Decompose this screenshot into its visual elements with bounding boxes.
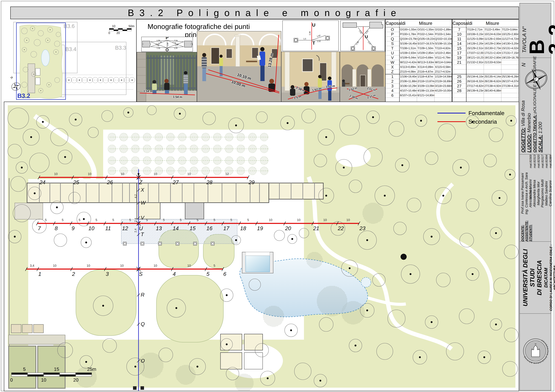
table-row: 1414/128=2,20m14/129=2,90m14/130=3,20m (452, 41, 519, 46)
svg-text:27: 27 (173, 179, 179, 185)
svg-text:13: 13 (156, 225, 162, 231)
svg-text:23: 23 (359, 225, 365, 231)
course-label: CORSO DI LAUREA IN INGEGNERIA EDILE - AR… (549, 242, 555, 313)
department-label: DICATAM (544, 242, 548, 313)
svg-text:1,78: 1,78 (172, 41, 176, 44)
svg-text:2,37: 2,37 (367, 41, 372, 45)
measure-tables: CaposaldiMisureOO/100=1,55mO/101=1,55mO/… (385, 19, 519, 102)
overview-keyplan: B3.6B3.3B3.4B3.5B3.2N1050m020 (10, 19, 136, 102)
info-line: SCALA: 1:200 (538, 98, 543, 152)
legend-fondamentale-label: Fondamentale (468, 110, 504, 116)
svg-text:10: 10 (88, 172, 91, 176)
photo-porch-measurement: 2.38 m1.5 m1.62 m1.52 m (281, 52, 340, 102)
svg-text:12: 12 (122, 225, 128, 231)
table-row: ZZ/115=4,08mZ/116=4,87mZ/117=4,52m (386, 69, 452, 74)
photo-gate-measurement: 1.54 m1.54 m (137, 52, 197, 102)
svg-text:5: 5 (79, 218, 80, 222)
caposaldi-table-2: CaposaldiMisure77/119=2,71m7/122=3,49m7/… (452, 19, 519, 102)
site-plan: XWVTRQO4,22,42,4 242526Z2728291010101010… (4, 102, 519, 391)
photo-courtyard-measurement: 10,10 m10,00 m13,28 m (197, 31, 281, 102)
title-block-sidebar: TAVOLA N° B 3.2 N OGGETTO: Villa (519, 3, 551, 391)
svg-text:2: 2 (72, 271, 75, 277)
svg-text:0: 0 (10, 377, 13, 383)
svg-text:12: 12 (225, 172, 229, 176)
table-row: 2727/117=8,82m27/138=4,92m27/139=4,31m (452, 84, 519, 88)
person-row: DOCENTE:Prof.ssa Ivana Passamani (520, 155, 525, 241)
table-row: WW/112=4,42mW/113=3,63mW/114=3,64m (386, 60, 452, 65)
svg-text:5: 5 (146, 218, 148, 222)
tavola-section: TAVOLA N° B 3.2 (520, 3, 551, 58)
svg-text:R: R (141, 292, 145, 298)
measure-table: CaposaldiMisure77/119=2,71m7/122=3,49m7/… (452, 19, 519, 103)
table-row: SS/106=16,45mS/107=16,57mS/108=10,10m (386, 41, 452, 46)
measure-table: CaposaldiMisureOO/100=1,55mO/101=1,55mO/… (385, 19, 452, 103)
svg-text:6: 6 (223, 271, 226, 277)
svg-text:5: 5 (206, 271, 210, 277)
svg-text:5: 5 (23, 367, 26, 372)
svg-text:5: 5 (62, 218, 64, 222)
svg-text:10: 10 (88, 225, 95, 231)
table-row: QQ/104=23,79mQ/105=19,22mQ/102=10,10m (386, 37, 452, 41)
svg-text:10: 10 (41, 377, 46, 383)
table-row: 2525/134=6,10m25/135=4,14m25/136=6,28m (452, 74, 519, 79)
svg-text:0: 0 (109, 31, 110, 35)
table-row: 2121/132=2,91m21/133=8,53m (452, 60, 519, 65)
svg-text:B3.3: B3.3 (115, 45, 126, 51)
svg-text:9: 9 (72, 225, 75, 231)
svg-text:1,55: 1,55 (174, 47, 178, 49)
university-name-line1: UNIVERSITÀ DEGLI STUDI (522, 242, 536, 313)
svg-text:19: 19 (257, 225, 263, 231)
svg-text:5: 5 (163, 218, 165, 222)
svg-text:10: 10 (120, 264, 124, 268)
svg-text:20: 20 (73, 377, 79, 383)
svg-text:25: 25 (73, 179, 79, 185)
svg-text:24: 24 (39, 179, 45, 185)
table-row: 1010/106=3,15m10/124=6,03m10/125=2,80m (452, 32, 519, 37)
svg-text:17: 17 (223, 225, 229, 231)
table-row: XX/113=0,89mX/114=0,89mX/115=0,58m (386, 65, 452, 69)
table-row: 66/107=15,41m6/121=14,80m (386, 93, 452, 98)
svg-text:26: 26 (107, 179, 113, 185)
person-row: Matteo Sandrinimat.81994 (544, 155, 548, 241)
svg-text:1.54 m: 1.54 m (143, 89, 153, 93)
overview-compass-icon (10, 81, 22, 92)
info-line: LUOGO: Manerbio (526, 98, 532, 152)
table-row: 33/106=10,29m3/109=13,09m3/118=23,68m (386, 84, 452, 88)
table-row: OO/100=1,55mO/101=1,55mO/102=1,89m (386, 27, 452, 32)
svg-text:10: 10 (187, 264, 191, 268)
table-row: 1919/121=10,23m19/132=2,60m19/133=18,76m (452, 55, 519, 60)
svg-text:2,38: 2,38 (355, 41, 359, 45)
svg-text:10: 10 (87, 264, 90, 268)
svg-text:1,55: 1,55 (157, 47, 160, 49)
site-plan-svg: XWVTRQO4,22,42,4 242526Z2728291010101010… (4, 102, 519, 391)
diagram-columns-ut: UT2,381,51,621,52 (282, 20, 339, 51)
person-row: Piergiacomo Muttimat.81517 (540, 155, 544, 241)
svg-text:10: 10 (54, 172, 58, 176)
table-row: PP/100=1,78mP/102=1,54mP/103=1,54m (386, 32, 452, 37)
svg-text:5: 5 (95, 218, 97, 222)
svg-text:10: 10 (297, 218, 300, 222)
walled-gardens (9, 335, 65, 388)
svg-text:5: 5 (180, 218, 182, 222)
university-name-line2: DI BRESCIA (536, 242, 543, 313)
table-row: 44/107=10,48m4/108=13,10m4/120=10,00m (386, 88, 452, 93)
orchard-grid (108, 133, 269, 175)
university-seal-icon: UNIVERSITAS STUDIORUM BRIXIAE (520, 315, 551, 391)
svg-text:2,52: 2,52 (358, 30, 363, 34)
monografie-panel: Monografie fotografiche dei punti princi… (136, 19, 385, 102)
svg-text:2,4: 2,4 (134, 218, 137, 222)
svg-text:10: 10 (346, 218, 350, 222)
svg-text:B3.2: B3.2 (17, 92, 30, 99)
svg-text:N: N (10, 75, 14, 80)
svg-text:Z: Z (139, 179, 143, 185)
svg-text:10: 10 (187, 172, 191, 176)
overview-map: B3.6B3.3B3.4B3.5B3.2N1050m020 (10, 19, 136, 102)
svg-text:1,78: 1,78 (158, 41, 162, 44)
svg-text:X: X (141, 187, 144, 193)
table-row: TT/108=1,51mT/109=1,50mT/110=4,82m (386, 46, 452, 51)
person-row: Margherita Mormat.82320 (536, 155, 540, 241)
person-row: Alessandra Mesamat.81513 (533, 155, 536, 241)
table-row: 22/106=11,88m2/118=13,87m2/119=16,69m (386, 79, 452, 84)
svg-text:10: 10 (323, 218, 327, 222)
svg-text:1,54: 1,54 (174, 39, 178, 42)
